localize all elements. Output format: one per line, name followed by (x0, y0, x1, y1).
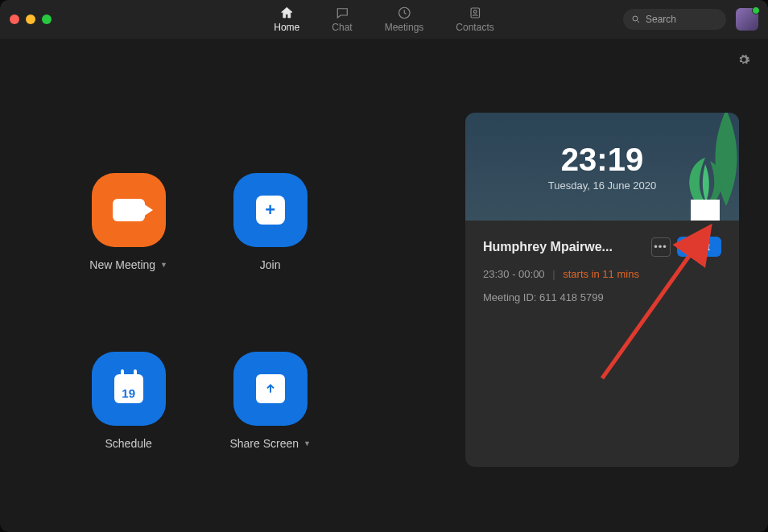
video-icon (113, 199, 145, 221)
maximize-icon[interactable] (42, 14, 52, 24)
join-button[interactable]: + (233, 173, 308, 247)
close-icon[interactable] (10, 14, 19, 24)
upcoming-meeting: Humphrey Mpairwe... ••• Start 23:30 - 00… (465, 221, 739, 320)
meeting-time-range: 23:30 - 00:00 (483, 268, 545, 280)
app-window: Home Chat Meetings Contacts (0, 0, 768, 532)
search-input[interactable]: Search (623, 9, 726, 30)
tab-home[interactable]: Home (274, 6, 299, 33)
meeting-id-label: Meeting ID: (483, 291, 536, 303)
search-icon (631, 14, 641, 24)
tab-chat[interactable]: Chat (332, 6, 352, 33)
schedule-button[interactable]: 19 (92, 352, 166, 426)
share-screen-button[interactable] (233, 352, 308, 426)
tab-contacts[interactable]: Contacts (456, 6, 493, 33)
tile-join: + Join (214, 173, 327, 271)
divider: | (552, 268, 555, 280)
tile-new-meeting: New Meeting ▼ (72, 173, 185, 271)
chat-icon (335, 6, 349, 20)
plant-decoration-icon (679, 158, 731, 221)
tab-label: Contacts (456, 22, 493, 33)
start-button[interactable]: Start (677, 237, 721, 257)
chevron-down-icon[interactable]: ▼ (160, 261, 167, 269)
tile-schedule: 19 Schedule (72, 352, 185, 450)
tab-meetings[interactable]: Meetings (385, 6, 424, 33)
join-label: Join (260, 258, 281, 271)
minimize-icon[interactable] (26, 14, 35, 24)
calendar-icon: 19 (114, 374, 143, 403)
titlebar-right: Search (623, 8, 758, 31)
clock-icon (397, 6, 411, 20)
clock-time: 23:19 (561, 142, 643, 178)
tab-label: Chat (332, 22, 352, 33)
tab-label: Home (274, 22, 299, 33)
tile-share-screen: Share Screen ▼ (214, 352, 327, 450)
schedule-label: Schedule (105, 437, 151, 450)
content-area: New Meeting ▼ + Join 19 (0, 39, 768, 532)
share-screen-label: Share Screen (229, 437, 299, 450)
share-icon (256, 374, 285, 403)
new-meeting-button[interactable] (92, 173, 166, 247)
titlebar: Home Chat Meetings Contacts (0, 0, 768, 39)
svg-point-2 (473, 10, 477, 14)
meeting-more-button[interactable]: ••• (651, 237, 671, 257)
gear-icon (737, 53, 750, 66)
right-panel: 23:19 Tuesday, 16 June 2020 Humphrey Mpa… (370, 58, 739, 532)
svg-point-3 (633, 16, 638, 21)
search-placeholder: Search (646, 14, 676, 25)
home-icon (279, 6, 294, 20)
meeting-card: 23:19 Tuesday, 16 June 2020 Humphrey Mpa… (465, 113, 739, 467)
contacts-icon (468, 6, 482, 20)
new-meeting-label: New Meeting (89, 258, 155, 271)
meeting-id: 611 418 5799 (539, 291, 604, 303)
action-grid: New Meeting ▼ + Join 19 (29, 58, 370, 532)
clock-hero: 23:19 Tuesday, 16 June 2020 (465, 113, 739, 221)
nav-tabs: Home Chat Meetings Contacts (274, 0, 493, 39)
clock-date: Tuesday, 16 June 2020 (548, 179, 656, 192)
meeting-title: Humphrey Mpairwe... (483, 240, 645, 254)
settings-button[interactable] (737, 53, 750, 69)
svg-rect-4 (691, 200, 720, 221)
plus-icon: + (256, 196, 285, 225)
meeting-countdown: starts in 11 mins (563, 268, 639, 280)
chevron-down-icon[interactable]: ▼ (303, 439, 311, 447)
tab-label: Meetings (385, 22, 424, 33)
avatar[interactable] (736, 8, 758, 31)
window-controls (10, 14, 52, 24)
